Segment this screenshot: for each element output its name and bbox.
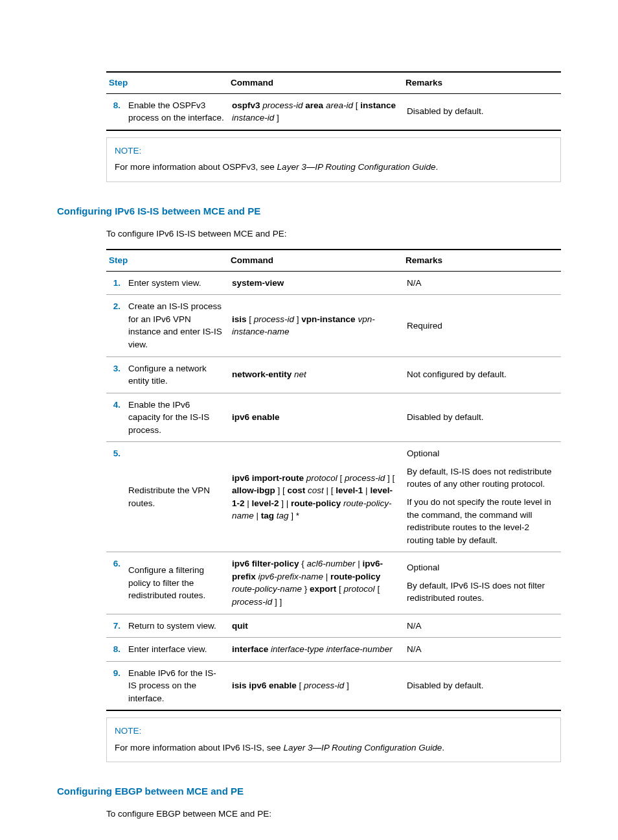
note-box: NOTE: For more information about OSPFv3,… <box>106 137 561 182</box>
step-command: system-view <box>228 271 403 295</box>
step-desc: Configure a filtering policy to filter t… <box>124 552 228 614</box>
step-command: ipv6 import-route protocol [ process-id … <box>228 442 403 552</box>
step-desc: Redistribute the VPN routes. <box>124 442 228 552</box>
heading-ipv6-isis: Configuring IPv6 IS-IS between MCE and P… <box>57 204 561 218</box>
step-number: 4. <box>106 393 124 442</box>
table-row: 8. Enable the OSPFv3 process on the inte… <box>106 93 561 130</box>
th-remarks: Remarks <box>403 72 561 93</box>
th-step: Step <box>106 72 228 93</box>
step-number: 6. <box>106 552 124 614</box>
step-desc: Enable the OSPFv3 process on the interfa… <box>124 93 228 130</box>
table-row: 9.Enable IPv6 for the IS-IS process on t… <box>106 661 561 710</box>
step-number: 5. <box>106 442 124 552</box>
step-command: quit <box>228 614 403 638</box>
step-remarks: Not configured by default. <box>403 356 561 393</box>
step-number: 3. <box>106 356 124 393</box>
th-command: Command <box>228 250 403 271</box>
step-desc: Return to system view. <box>124 614 228 638</box>
table-row: 3.Configure a network entity title.netwo… <box>106 356 561 393</box>
step-number: 1. <box>106 271 124 295</box>
step-command: network-entity net <box>228 356 403 393</box>
ospfv3-step-table: Step Command Remarks 8. Enable the OSPFv… <box>106 71 561 131</box>
step-remarks: OptionalBy default, IS-IS does not redis… <box>403 442 561 552</box>
note-box: NOTE: For more information about IPv6 IS… <box>106 718 561 762</box>
th-command: Command <box>228 72 403 93</box>
step-remarks: Disabled by default. <box>403 661 561 710</box>
step-remarks: Disabled by default. <box>403 393 561 442</box>
table-row: 4.Enable the IPv6 capacity for the IS-IS… <box>106 393 561 442</box>
step-command: ospfv3 process-id area area-id [ instanc… <box>228 93 403 130</box>
step-number: 8. <box>106 638 124 662</box>
step-number: 2. <box>106 295 124 356</box>
th-remarks: Remarks <box>403 250 561 271</box>
step-number: 8. <box>106 93 124 130</box>
step-desc: Enter system view. <box>124 271 228 295</box>
step-number: 9. <box>106 661 124 710</box>
table-row: 1.Enter system view.system-viewN/A <box>106 271 561 295</box>
intro-text: To configure IPv6 IS-IS between MCE and … <box>106 228 561 240</box>
step-command: ipv6 filter-policy { acl6-number | ipv6-… <box>228 552 403 614</box>
step-desc: Enable IPv6 for the IS-IS process on the… <box>124 661 228 710</box>
note-label: NOTE: <box>115 725 553 738</box>
step-command: isis [ process-id ] vpn-instance vpn-ins… <box>228 295 403 356</box>
step-remarks: N/A <box>403 614 561 638</box>
step-remarks: OptionalBy default, IPv6 IS-IS does not … <box>403 552 561 614</box>
th-step: Step <box>106 250 228 271</box>
table-row: 5.Redistribute the VPN routes.ipv6 impor… <box>106 442 561 552</box>
step-command: ipv6 enable <box>228 393 403 442</box>
step-command: interface interface-type interface-numbe… <box>228 638 403 662</box>
step-desc: Enable the IPv6 capacity for the IS-IS p… <box>124 393 228 442</box>
note-text: For more information about IPv6 IS-IS, s… <box>115 741 553 754</box>
ipv6-isis-step-table: Step Command Remarks 1.Enter system view… <box>106 249 561 711</box>
table-row: 7.Return to system view.quitN/A <box>106 614 561 638</box>
note-label: NOTE: <box>115 145 553 158</box>
step-command: isis ipv6 enable [ process-id ] <box>228 661 403 710</box>
step-remarks: Required <box>403 295 561 356</box>
table-row: 6.Configure a filtering policy to filter… <box>106 552 561 614</box>
step-number: 7. <box>106 614 124 638</box>
intro-text: To configure EBGP between MCE and PE: <box>106 808 561 821</box>
table-row: 2.Create an IS-IS process for an IPv6 VP… <box>106 295 561 356</box>
note-text: For more information about OSPFv3, see L… <box>115 161 553 174</box>
step-desc: Configure a network entity title. <box>124 356 228 393</box>
step-remarks: Disabled by default. <box>403 93 561 130</box>
step-desc: Create an IS-IS process for an IPv6 VPN … <box>124 295 228 356</box>
step-remarks: N/A <box>403 638 561 662</box>
heading-ebgp: Configuring EBGP between MCE and PE <box>57 784 561 799</box>
step-desc: Enter interface view. <box>124 638 228 662</box>
table-row: 8.Enter interface view.interface interfa… <box>106 638 561 662</box>
step-remarks: N/A <box>403 271 561 295</box>
